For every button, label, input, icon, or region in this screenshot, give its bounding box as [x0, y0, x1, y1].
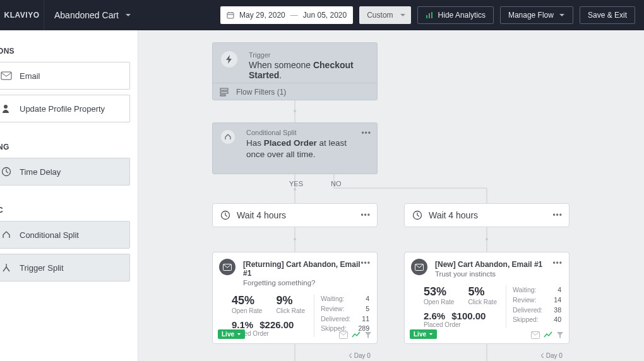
trigger-body: When someone Checkout Started. — [249, 60, 367, 80]
hide-analytics-button[interactable]: Hide Analytics — [417, 6, 494, 24]
stat-waiting-value: 4 — [366, 294, 369, 304]
wait-node-yes[interactable]: Wait 4 hours ••• — [212, 203, 378, 227]
status-chip[interactable]: Live — [410, 329, 437, 339]
stat-skipped-label: Skipped: — [513, 315, 539, 325]
wait-label: Wait 4 hours — [429, 210, 478, 220]
email-node-new[interactable]: ••• [New] Cart Abandon, Email #1 Trust y… — [404, 252, 569, 344]
sparkline-icon[interactable] — [352, 331, 361, 339]
caret-down-icon — [125, 12, 131, 18]
mail-icon[interactable] — [339, 331, 348, 339]
stat-review-value: 5 — [366, 304, 369, 314]
node-menu-button[interactable]: ••• — [361, 211, 371, 220]
filter-icon — [220, 88, 229, 97]
open-rate-label: Open Rate — [232, 307, 262, 314]
email-title: [Returning] Cart Abandon, Email #1 — [243, 260, 369, 278]
save-exit-button[interactable]: Save & Exit — [580, 6, 635, 24]
trigger-label: Trigger — [249, 51, 367, 59]
flow-name-dropdown[interactable]: Abandoned Cart — [44, 10, 141, 20]
caret-down-icon — [559, 12, 565, 18]
flow-name-label: Abandoned Cart — [54, 10, 119, 20]
conditional-split-node[interactable]: Conditional Split Has Placed Order at le… — [212, 122, 378, 174]
bar-chart-icon — [426, 11, 433, 19]
email-icon — [219, 259, 236, 275]
sidebar-item-label: Time Delay — [20, 167, 61, 177]
flow-filters-button[interactable]: Flow Filters (1) — [212, 83, 378, 100]
status-chip[interactable]: Live — [218, 329, 245, 339]
split-icon — [221, 130, 235, 144]
funnel-icon[interactable] — [556, 331, 564, 339]
stat-review-label: Review: — [513, 295, 536, 305]
stat-waiting-label: Waiting: — [321, 294, 345, 304]
svg-point-15 — [294, 238, 296, 240]
sidebar-header-actions: ONS — [0, 47, 130, 56]
card-actions — [339, 331, 372, 339]
node-menu-button[interactable]: ••• — [361, 129, 371, 138]
sidebar-item-conditional-split[interactable]: Conditional Split — [0, 221, 130, 249]
email-subject: Forgetting something? — [243, 279, 369, 287]
conversion-rate: 9.1% — [232, 319, 253, 330]
date-dash: — — [290, 11, 298, 20]
click-rate-value: 9% — [276, 294, 305, 307]
manage-flow-button[interactable]: Manage Flow — [500, 6, 573, 24]
date-range-picker[interactable]: May 29, 2020 — Jun 05, 2020 — [220, 6, 353, 24]
clock-icon — [220, 210, 230, 220]
stat-delivered-label: Delivered: — [321, 314, 350, 324]
trigger-node[interactable]: Trigger When someone Checkout Started. F… — [212, 42, 378, 100]
branch-yes-label: YES — [289, 180, 303, 187]
save-exit-label: Save & Exit — [588, 11, 627, 20]
sidebar-item-update-profile[interactable]: Update Profile Property — [0, 95, 130, 122]
funnel-icon[interactable] — [364, 331, 372, 339]
stat-review-label: Review: — [321, 304, 344, 314]
bolt-icon — [221, 51, 237, 68]
email-icon — [1, 70, 12, 81]
stat-delivered-label: Delivered: — [513, 305, 542, 316]
node-menu-button[interactable]: ••• — [552, 259, 563, 268]
branch-no-label: NO — [331, 180, 342, 187]
date-range-preset-select[interactable]: Custom — [359, 6, 410, 24]
wait-label: Wait 4 hours — [237, 210, 286, 220]
flow-canvas[interactable]: Trigger When someone Checkout Started. F… — [138, 30, 644, 361]
node-menu-button[interactable]: ••• — [552, 211, 563, 220]
topbar: KLAVIYO Abandoned Cart May 29, 2020 — Ju… — [0, 0, 644, 30]
wait-node-no[interactable]: Wait 4 hours ••• — [404, 203, 569, 227]
sidebar-item-time-delay[interactable]: Time Delay — [0, 158, 130, 186]
email-node-returning[interactable]: ••• [Returning] Cart Abandon, Email #1 F… — [212, 252, 378, 344]
cond-label: Conditional Split — [246, 129, 359, 136]
date-start: May 29, 2020 — [239, 11, 285, 20]
stat-delivered-value: 11 — [362, 314, 369, 324]
svg-point-17 — [486, 238, 488, 240]
mail-icon[interactable] — [531, 331, 540, 339]
sidebar-header-logic: C — [0, 206, 130, 215]
caret-down-icon — [237, 332, 241, 336]
stat-delivered-value: 38 — [554, 305, 561, 316]
email-icon — [411, 259, 427, 275]
profile-icon — [1, 103, 12, 114]
svg-rect-5 — [429, 13, 430, 18]
stat-waiting-label: Waiting: — [513, 285, 537, 295]
email-subject: Trust your instincts — [435, 270, 561, 278]
calendar-icon — [227, 11, 234, 19]
sidebar-item-label: Update Profile Property — [20, 104, 105, 114]
svg-point-8 — [4, 105, 8, 109]
brand-logo: KLAVIYO — [0, 0, 44, 30]
caret-down-icon — [429, 332, 433, 336]
sidebar-item-label: Conditional Split — [20, 230, 79, 240]
svg-rect-21 — [220, 92, 228, 93]
hide-analytics-label: Hide Analytics — [438, 11, 486, 20]
click-rate-value: 5% — [468, 285, 497, 299]
svg-rect-0 — [227, 13, 234, 18]
sparkline-icon[interactable] — [544, 331, 552, 339]
open-rate-label: Open Rate — [424, 299, 454, 305]
sidebar-item-label: Email — [20, 71, 40, 81]
conversion-rate: 2.6% — [424, 311, 445, 321]
sidebar-item-trigger-split[interactable]: Trigger Split — [0, 254, 130, 281]
svg-rect-7 — [1, 72, 11, 80]
sidebar-item-label: Trigger Split — [20, 263, 64, 273]
node-menu-button[interactable]: ••• — [361, 259, 371, 268]
sidebar-item-email[interactable]: Email — [0, 62, 130, 90]
svg-rect-4 — [426, 15, 427, 18]
date-range-preset-label: Custom — [367, 11, 393, 20]
split-icon — [1, 229, 12, 240]
day-label-yes: ☇ Day 0 — [349, 352, 371, 359]
sidebar: ONS Email Update Profile Property NG Tim… — [0, 30, 138, 361]
